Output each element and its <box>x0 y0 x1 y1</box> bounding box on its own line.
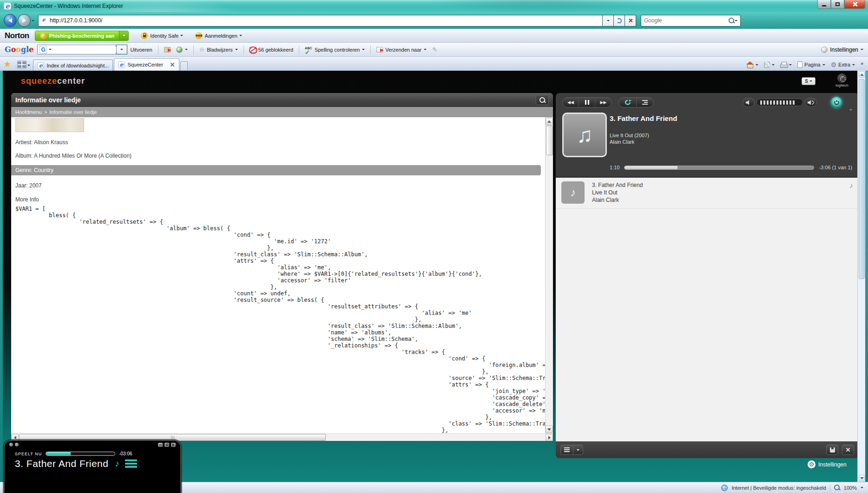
zoom-level[interactable]: 100% <box>844 485 857 491</box>
search-icon[interactable] <box>729 18 735 24</box>
page-menu-button[interactable]: Pagina <box>797 61 825 68</box>
breadcrumb-home-link[interactable]: Hoofdmenu <box>15 109 42 115</box>
playlist-options-button[interactable] <box>560 445 583 455</box>
next-button[interactable]: ▶▶ <box>595 98 612 107</box>
playlist-item-album[interactable]: Live It Out <box>592 189 643 196</box>
playlist-lines-icon[interactable] <box>125 460 137 468</box>
chevron-down-icon[interactable] <box>756 64 758 66</box>
browser-vertical-scrollbar[interactable] <box>857 71 865 482</box>
minimize-button[interactable] <box>817 0 831 9</box>
logins-button[interactable]: ✱✱✱ Aanmeldingen <box>195 32 242 39</box>
genre-line[interactable]: Genre: Country <box>11 165 541 175</box>
year-line[interactable]: Jaar: 2007 <box>15 182 545 189</box>
scroll-down-button[interactable] <box>859 475 865 481</box>
forward-button[interactable] <box>18 14 31 27</box>
search-box[interactable] <box>641 15 741 27</box>
favorites-button[interactable]: ★ <box>4 60 10 68</box>
playlist-options-dropdown[interactable] <box>573 445 583 454</box>
power-button[interactable] <box>831 97 842 108</box>
page-settings-link[interactable]: ⚙ Instellingen <box>808 460 847 468</box>
player-select-button[interactable]: S <box>802 77 815 85</box>
google-settings-button[interactable]: Instellingen <box>821 47 863 53</box>
tab-squeezecenter[interactable]: e SqueezeCenter <box>114 58 179 71</box>
url-dropdown-button[interactable] <box>603 15 614 27</box>
refresh-button[interactable] <box>614 15 625 27</box>
mini-close-button[interactable] <box>171 443 176 447</box>
popup-blocker-button[interactable]: 56 geblokkeerd <box>247 46 296 54</box>
spellcheck-button[interactable]: ABC✓ Spelling controleren <box>302 45 368 54</box>
history-dropdown-icon[interactable] <box>32 20 34 21</box>
shuffle-button[interactable] <box>637 98 653 107</box>
tab-close-icon[interactable] <box>170 62 175 67</box>
more-commands-chevron[interactable]: » <box>861 60 863 66</box>
google-search-box[interactable]: G <box>37 45 116 54</box>
scroll-up-button[interactable] <box>546 118 553 125</box>
phishing-protection-main[interactable]: ✓ Phishing-bescherming aan <box>35 31 119 40</box>
now-playing-artist[interactable]: Alain Clark <box>610 139 852 145</box>
pause-button[interactable] <box>579 98 595 107</box>
new-tab-stub[interactable] <box>180 61 188 71</box>
print-button[interactable] <box>780 62 787 67</box>
stop-button[interactable] <box>625 15 636 27</box>
playlist-item-artist[interactable]: Alain Clark <box>592 196 643 204</box>
album-art-image[interactable] <box>15 118 84 132</box>
scrollbar-thumb[interactable] <box>546 126 553 155</box>
home-button[interactable] <box>747 62 754 68</box>
now-playing-artwork[interactable]: ♫ <box>562 113 607 157</box>
feeds-button[interactable] <box>764 62 770 68</box>
player-menu-chevron[interactable] <box>849 109 852 111</box>
more-info-label[interactable]: More Info <box>15 196 545 203</box>
sites-button[interactable] <box>161 46 173 54</box>
tab-list-dropdown-icon[interactable] <box>27 65 30 66</box>
now-playing-album[interactable]: Live It Out (2007) <box>610 133 852 138</box>
url-field[interactable]: e <box>38 15 603 27</box>
mini-pin-icon[interactable] <box>15 443 19 446</box>
tools-menu-button[interactable]: ⚙ Extra <box>831 61 855 68</box>
mini-progress-bar[interactable] <box>46 452 115 456</box>
bookmarks-button[interactable]: ☆ Bladwijzers <box>197 45 241 54</box>
maximize-button[interactable] <box>831 0 844 9</box>
clear-playlist-button[interactable] <box>842 445 854 455</box>
playlist-item[interactable]: ♪ 3. Father And Friend Live It Out Alain… <box>556 178 859 209</box>
library-search-button[interactable] <box>536 95 549 105</box>
mini-menu-icon[interactable] <box>9 443 13 446</box>
autofill-button[interactable]: ✎ <box>429 45 440 54</box>
url-input[interactable] <box>50 17 600 24</box>
mini-minimize-button[interactable] <box>158 443 163 447</box>
artist-line[interactable]: Artiest: Alison Krauss <box>15 139 545 146</box>
scroll-up-button[interactable] <box>859 71 865 78</box>
volume-up-button[interactable] <box>805 98 817 107</box>
mini-maximize-button[interactable] <box>164 443 169 447</box>
chevron-down-icon[interactable] <box>789 64 792 66</box>
zoom-dropdown-icon[interactable] <box>861 487 863 488</box>
send-to-button[interactable]: Verzenden naar <box>374 46 429 54</box>
chevron-down-icon[interactable] <box>49 49 52 50</box>
repeat-button[interactable] <box>619 98 637 107</box>
volume-down-button[interactable] <box>743 98 755 107</box>
identity-safe-button[interactable]: Identity Safe <box>141 32 183 39</box>
scroll-down-button[interactable] <box>546 426 553 433</box>
tab-downloads[interactable]: e Index of /downloads/night... <box>33 60 113 71</box>
mini-player-titlebar[interactable] <box>5 441 180 447</box>
phishing-dropdown[interactable] <box>119 31 128 40</box>
pagerank-button[interactable] <box>173 45 191 54</box>
back-button[interactable] <box>4 14 17 27</box>
progress-bar[interactable] <box>624 166 814 170</box>
google-search-dropdown[interactable] <box>116 45 127 54</box>
playlist-item-title[interactable]: 3. Father And Friend <box>592 181 643 189</box>
volume-bar[interactable] <box>756 99 803 106</box>
previous-button[interactable]: ◀◀ <box>563 98 579 107</box>
scroll-right-button[interactable] <box>546 434 553 441</box>
phishing-protection-button[interactable]: ✓ Phishing-bescherming aan <box>35 31 129 41</box>
close-button[interactable] <box>844 0 865 9</box>
quick-tabs-button[interactable] <box>17 60 26 69</box>
now-playing-title[interactable]: 3. Father And Friend <box>610 113 852 122</box>
run-search-button[interactable]: Uitvoeren <box>127 46 155 54</box>
google-search-input[interactable] <box>53 47 119 53</box>
album-line[interactable]: Album: A Hundred Miles Or More (A Collec… <box>15 153 545 159</box>
scrollbar-thumb[interactable] <box>859 79 865 279</box>
save-playlist-button[interactable] <box>826 445 838 455</box>
pane-vertical-scrollbar[interactable] <box>545 117 553 433</box>
search-dropdown-icon[interactable] <box>735 20 737 21</box>
mini-player-window[interactable]: SPEELT NU -03:06 3. Father And Friend ♪ <box>4 440 181 493</box>
